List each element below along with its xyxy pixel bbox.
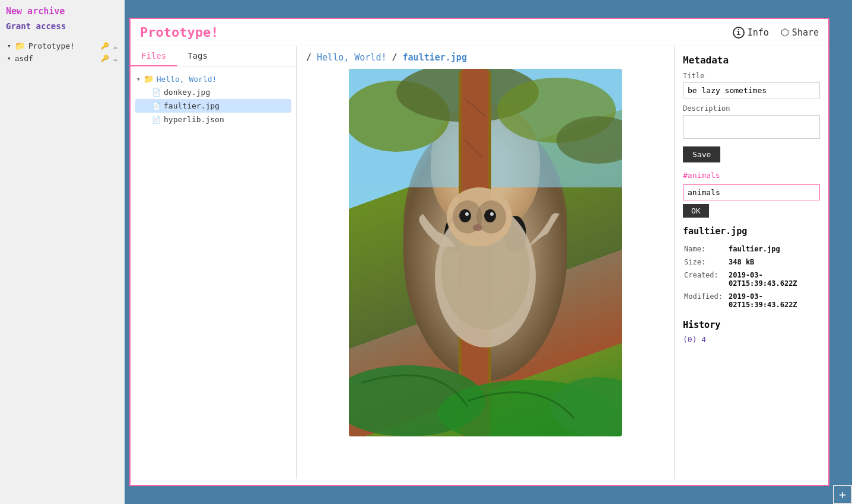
file-tree: ▾ 📁 Hello, World! 📄 donkey.jpg 📄 faultie… — [131, 66, 296, 132]
file-name-label: Name: — [683, 243, 727, 256]
svg-point-16 — [484, 209, 496, 222]
folder-row-hello-world[interactable]: ▾ 📁 Hello, World! — [135, 72, 291, 85]
tag-list: #animals — [683, 171, 820, 180]
share-button[interactable]: ⬡ Share — [781, 27, 819, 38]
file-info-row-modified: Modified: 2019-03-02T15:39:43.622Z — [683, 290, 820, 311]
file-info-row-created: Created: 2019-03-02T15:39:43.622Z — [683, 269, 820, 290]
svg-point-15 — [459, 209, 471, 222]
created-label: Created: — [683, 269, 727, 290]
archive-item-prototype[interactable]: ▾ 📁 Prototype! 🔑 ☁ — [6, 39, 119, 52]
folder-arrow-icon: ▾ — [136, 75, 141, 83]
plus-button[interactable]: + — [833, 485, 852, 504]
breadcrumb-separator2: / — [392, 52, 403, 63]
grant-access-button[interactable]: Grant access — [6, 21, 119, 31]
info-button[interactable]: i Info — [733, 27, 769, 39]
file-name-value: faultier.jpg — [727, 243, 820, 256]
description-input[interactable] — [683, 115, 820, 139]
share-icon: ⬡ — [781, 27, 789, 38]
file-info-row-name: Name: faultier.jpg — [683, 243, 820, 256]
archive-name-prototype: Prototype! — [28, 42, 98, 50]
title-input[interactable] — [683, 82, 820, 98]
cloud-icon-asdf: ☁ — [113, 54, 117, 63]
history-title: History — [683, 320, 820, 330]
preview-area: / Hello, World! / faultier.jpg — [297, 46, 674, 479]
modified-value: 2019-03-02T15:39:43.622Z — [727, 290, 820, 311]
info-icon: i — [733, 27, 745, 39]
file-info-table: Name: faultier.jpg Size: 348 kB Created:… — [683, 243, 820, 311]
header-actions: i Info ⬡ Share — [733, 27, 819, 39]
file-size-value: 348 kB — [727, 256, 820, 269]
tab-files[interactable]: Files — [131, 46, 177, 66]
tag-item-animals: #animals — [683, 171, 820, 180]
svg-point-19 — [473, 224, 482, 231]
cloud-icon: ☁ — [113, 42, 117, 50]
file-info-row-size: Size: 348 kB — [683, 256, 820, 269]
description-label: Description — [683, 104, 820, 113]
title-label: Title — [683, 72, 820, 80]
breadcrumb-file: faultier.jpg — [403, 52, 467, 63]
tab-bar: Files Tags — [131, 46, 296, 66]
svg-point-17 — [465, 212, 469, 216]
preview-image-container — [306, 69, 665, 473]
file-row-faultier[interactable]: 📄 faultier.jpg — [135, 99, 291, 113]
file-info-title: faultier.jpg — [683, 226, 820, 237]
archive-title: Prototype! — [140, 25, 218, 40]
file-name-donkey: donkey.jpg — [164, 88, 210, 97]
key-icon: 🔑 — [101, 42, 109, 50]
archive-name-asdf: asdf — [15, 54, 98, 63]
file-icon-donkey: 📄 — [152, 88, 161, 97]
file-panel: Files Tags ▾ 📁 Hello, World! 📄 donkey.jp… — [131, 46, 297, 479]
main-header: Prototype! i Info ⬡ Share — [131, 19, 828, 46]
created-value: 2019-03-02T15:39:43.622Z — [727, 269, 820, 290]
file-icon-hyperlib: 📄 — [152, 116, 161, 124]
share-label: Share — [792, 27, 819, 38]
main-panel: Prototype! i Info ⬡ Share Files Tags ▾ 📁 — [129, 18, 829, 486]
breadcrumb-folder: Hello, World! — [317, 52, 386, 63]
file-name-hyperlib: hyperlib.json — [164, 115, 224, 124]
metadata-title: Metadata — [683, 55, 820, 66]
file-size-label: Size: — [683, 256, 727, 269]
collapse-arrow-icon: ▾ — [7, 42, 11, 50]
sidebar: New archive Grant access ▾ 📁 Prototype! … — [0, 0, 125, 504]
archive-item-asdf[interactable]: ▾ asdf 🔑 ☁ — [6, 52, 119, 65]
history-item[interactable]: (0) 4 — [683, 335, 820, 344]
svg-point-18 — [490, 212, 494, 216]
ok-button[interactable]: OK — [683, 204, 709, 218]
file-row-donkey[interactable]: 📄 donkey.jpg — [135, 85, 291, 99]
breadcrumb-separator: / — [306, 52, 317, 63]
collapse-arrow-icon-asdf: ▾ — [7, 55, 11, 62]
file-row-hyperlib[interactable]: 📄 hyperlib.json — [135, 113, 291, 126]
tab-tags[interactable]: Tags — [177, 46, 218, 66]
metadata-panel: Metadata Title Description Save #animals… — [674, 46, 828, 479]
key-icon-asdf: 🔑 — [101, 55, 109, 62]
tag-input[interactable] — [683, 184, 820, 200]
folder-icon: 📁 — [15, 41, 25, 50]
modified-label: Modified: — [683, 290, 727, 311]
breadcrumb: / Hello, World! / faultier.jpg — [306, 52, 665, 63]
folder-name: Hello, World! — [157, 75, 217, 84]
save-button[interactable]: Save — [683, 146, 720, 162]
content-row: Files Tags ▾ 📁 Hello, World! 📄 donkey.jp… — [131, 46, 828, 479]
new-archive-button[interactable]: New archive — [6, 6, 119, 17]
file-name-faultier: faultier.jpg — [164, 101, 220, 110]
sloth-image — [349, 69, 622, 436]
file-icon-faultier: 📄 — [152, 102, 161, 110]
folder-dir-icon: 📁 — [144, 74, 154, 84]
tree-svg — [349, 69, 622, 436]
info-label: Info — [748, 27, 769, 38]
